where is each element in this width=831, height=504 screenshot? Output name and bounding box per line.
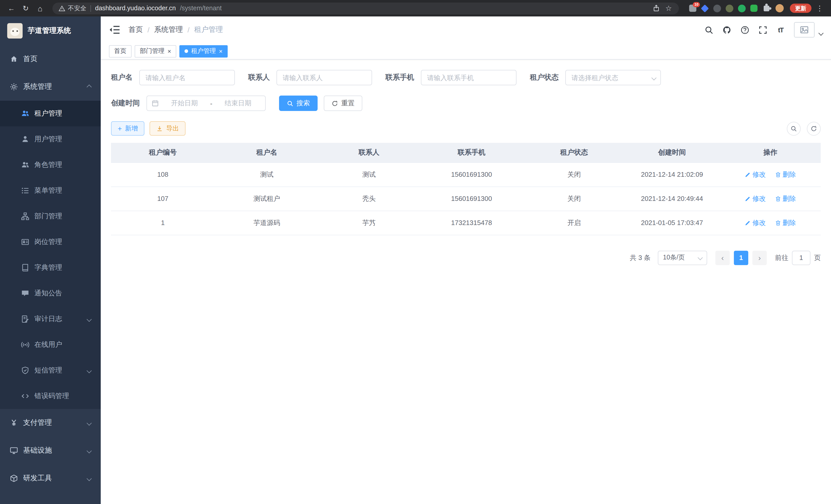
breadcrumb-system[interactable]: 系统管理 [154, 25, 183, 34]
sidebar-item-notice[interactable]: 通知公告 [0, 280, 101, 306]
prev-page-button[interactable] [715, 250, 730, 265]
font-size-icon[interactable] [776, 25, 785, 34]
extension-badge: 10 [693, 2, 700, 7]
status-label: 租户状态 [530, 73, 558, 82]
site-security-indicator[interactable]: 不安全 [59, 4, 86, 12]
app-logo[interactable]: 芋道管理系统 [0, 17, 101, 45]
col-tenant-id: 租户编号 [111, 143, 214, 162]
trash-icon [775, 196, 781, 202]
topbar: 首页 / 系统管理 / 租户管理 [101, 17, 831, 43]
extension-icon[interactable] [726, 4, 733, 12]
sidebar-group-sms[interactable]: 短信管理 [0, 358, 101, 383]
col-contact: 联系人 [319, 143, 419, 162]
sidebar-item-dictionary[interactable]: 字典管理 [0, 255, 101, 280]
bookmark-star-icon[interactable] [664, 4, 673, 12]
sidebar-collapse-icon[interactable] [109, 24, 120, 35]
page-1-button[interactable]: 1 [734, 250, 748, 265]
share-icon[interactable] [652, 4, 660, 12]
add-button[interactable]: 新增 [111, 121, 144, 136]
page-unit-label: 页 [814, 253, 821, 262]
sidebar-item-user[interactable]: 用户管理 [0, 126, 101, 152]
chevron-down-icon [87, 448, 92, 453]
browser-back-icon[interactable] [5, 2, 18, 14]
reset-button[interactable]: 重置 [324, 95, 362, 111]
online-user-icon [21, 340, 29, 349]
browser-reload-icon[interactable] [20, 2, 32, 14]
chrome-update-button[interactable]: 更新 [790, 4, 811, 13]
tenant-name-input[interactable] [139, 70, 235, 85]
browser-home-icon[interactable] [34, 2, 46, 14]
sidebar-group-payment[interactable]: 支付管理 [0, 409, 101, 437]
address-bar[interactable]: 不安全 dashboard.yudao.iocoder.cn /system/t… [52, 2, 679, 14]
sidebar-item-post[interactable]: 岗位管理 [0, 229, 101, 255]
sidebar-group-audit-log[interactable]: 审计日志 [0, 306, 101, 332]
plus-icon [118, 125, 122, 132]
help-icon[interactable] [740, 25, 749, 34]
create-time-range-picker[interactable]: 开始日期 - 结束日期 [146, 95, 266, 111]
extension-icon[interactable] [750, 5, 757, 12]
user-avatar[interactable] [794, 22, 814, 37]
refresh-icon [332, 100, 338, 107]
mobile-input[interactable] [421, 70, 516, 85]
sidebar-group-system[interactable]: 系统管理 [0, 73, 101, 101]
col-mobile: 联系手机 [419, 143, 524, 162]
extension-icon[interactable] [701, 4, 709, 12]
table-refresh-icon[interactable] [807, 121, 821, 136]
devtools-icon [10, 474, 18, 482]
user-menu-caret-icon[interactable] [819, 30, 824, 35]
github-icon[interactable] [722, 25, 731, 34]
extension-icon[interactable] [713, 4, 721, 12]
tab-home[interactable]: 首页 [109, 45, 132, 57]
logo-image [7, 23, 23, 38]
browser-menu-icon[interactable] [813, 2, 826, 14]
breadcrumb-home[interactable]: 首页 [128, 25, 143, 34]
download-icon [156, 125, 163, 132]
edit-button[interactable]: 修改 [745, 194, 766, 203]
edit-button[interactable]: 修改 [745, 170, 766, 179]
page-size-select[interactable]: 10条/页 [658, 250, 707, 265]
next-page-button[interactable] [752, 250, 767, 265]
sidebar-item-online-user[interactable]: 在线用户 [0, 332, 101, 358]
edit-button[interactable]: 修改 [745, 218, 766, 227]
table-search-toggle-icon[interactable] [787, 121, 801, 136]
table-row: 108 测试 测试 15601691300 关闭 2021-12-14 21:0… [111, 162, 821, 186]
sidebar-item-tenant[interactable]: 租户管理 [0, 101, 101, 126]
contact-input[interactable] [277, 70, 372, 85]
end-date-placeholder: 结束日期 [215, 99, 261, 108]
breadcrumb: 首页 / 系统管理 / 租户管理 [128, 25, 223, 34]
sidebar-item-error-code[interactable]: 错误码管理 [0, 383, 101, 409]
export-button[interactable]: 导出 [149, 121, 185, 136]
sidebar-item-home[interactable]: 首页 [0, 45, 101, 73]
status-select[interactable] [565, 70, 661, 85]
search-icon[interactable] [704, 25, 713, 34]
tab-tenant[interactable]: 租户管理 [179, 45, 228, 57]
sidebar-item-role[interactable]: 角色管理 [0, 152, 101, 178]
chevron-down-icon [698, 255, 703, 260]
infrastructure-icon [10, 446, 18, 455]
goto-page-input[interactable] [792, 250, 810, 265]
chevron-down-icon [87, 476, 92, 481]
app-title: 芋道管理系统 [28, 26, 71, 35]
user-icon [21, 135, 29, 143]
tenant-table: 租户编号 租户名 联系人 联系手机 租户状态 创建时间 操作 108 测试 [111, 143, 821, 235]
close-icon[interactable] [219, 48, 223, 55]
delete-button[interactable]: 删除 [775, 170, 796, 179]
sidebar-item-menu[interactable]: 菜单管理 [0, 178, 101, 203]
edit-icon [745, 196, 751, 202]
table-row: 1 芋道源码 芋艿 17321315478 开启 2021-01-05 17:0… [111, 211, 821, 235]
close-icon[interactable] [168, 48, 171, 55]
trash-icon [775, 219, 781, 226]
browser-profile-avatar[interactable] [775, 4, 784, 12]
extension-icon[interactable] [738, 4, 746, 12]
delete-button[interactable]: 删除 [775, 218, 796, 227]
sidebar-item-department[interactable]: 部门管理 [0, 203, 101, 229]
tab-department[interactable]: 部门管理 [135, 45, 176, 57]
sidebar-group-devtools[interactable]: 研发工具 [0, 465, 101, 492]
search-button[interactable]: 搜索 [279, 95, 318, 111]
sidebar-group-infrastructure[interactable]: 基础设施 [0, 437, 101, 465]
fullscreen-icon[interactable] [758, 25, 767, 34]
pagination: 共 3 条 10条/页 1 前往 页 [111, 250, 821, 275]
extension-icon[interactable]: 10 [689, 5, 696, 12]
delete-button[interactable]: 删除 [775, 194, 796, 203]
extensions-puzzle-icon[interactable] [764, 5, 769, 11]
